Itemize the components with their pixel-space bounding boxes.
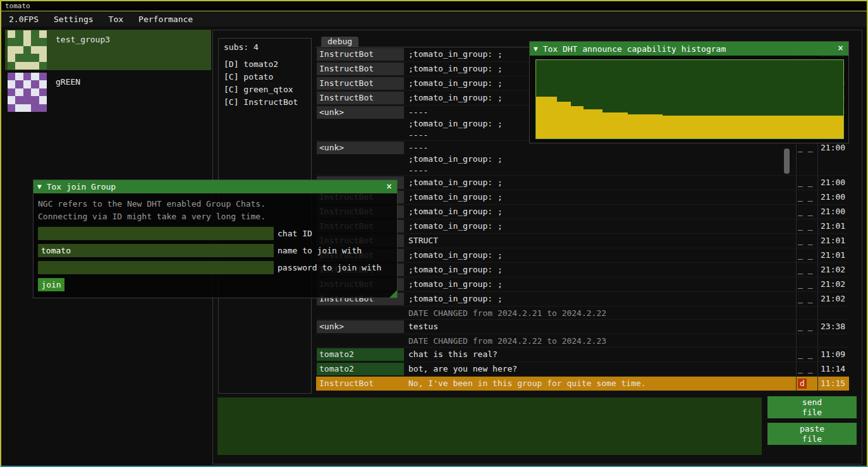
sender-name-cell: InstructBot — [316, 91, 405, 105]
message-text: ;tomato_in_group: ; — [405, 277, 796, 291]
chat-message-row[interactable]: <unk>---- ;tomato_in_group: ; ----_ _21:… — [316, 141, 849, 176]
sender-name: <unk> — [317, 142, 404, 154]
collapse-arrow-icon[interactable]: ▼ — [534, 45, 538, 53]
message-flags-cell — [796, 306, 817, 319]
chat-message-row[interactable]: tomato2bot, are you new here?_ _11:14 — [316, 362, 849, 377]
message-flags-cell: _ _ — [796, 277, 817, 291]
sender-name-cell: tomato2 — [316, 348, 405, 361]
menu-item-performance[interactable]: Performance — [131, 12, 200, 27]
message-timestamp: 21:02 — [817, 292, 849, 306]
message-flags-cell: _ _ — [796, 176, 817, 190]
subscribers-list: [D] tomato2[C] potato[C] green_qtox[C] I… — [224, 58, 306, 109]
message-text: testus — [405, 320, 796, 334]
join-group-window[interactable]: ▼ Tox join Group × NGC refers to the New… — [33, 179, 398, 298]
message-flags-cell: _ _ — [796, 292, 817, 306]
join-group-window-title: Tox join Group — [47, 182, 116, 191]
menu-item-tox[interactable]: Tox — [101, 12, 131, 27]
os-titlebar[interactable]: tomato — [1, 1, 867, 11]
message-timestamp: 21:01 — [817, 219, 849, 233]
message-text: ;tomato_in_group: ; — [405, 292, 796, 306]
sender-name-cell: InstructBot — [316, 76, 405, 90]
sender-name-cell — [316, 306, 405, 308]
message-text: ---- ;tomato_in_group: ; ---- — [405, 141, 796, 176]
message-timestamp: 21:01 — [817, 248, 849, 262]
join-input-chat-ID[interactable] — [38, 227, 274, 240]
message-input[interactable] — [217, 397, 762, 455]
message-text: No, I've been in this group for quite so… — [405, 377, 796, 391]
close-icon[interactable]: × — [838, 42, 843, 55]
join-field-label: chat ID — [278, 229, 312, 238]
date-changed-text: DATE CHANGED from 2024.2.22 to 2024.2.23 — [405, 334, 796, 348]
join-info-line-1: NGC refers to the New DHT enabled Group … — [38, 198, 393, 210]
histogram-area-chart — [536, 60, 843, 138]
message-text: ;tomato_in_group: ; — [405, 176, 796, 190]
join-input-password-to-join-with[interactable] — [38, 261, 274, 274]
group-avatar-icon — [8, 73, 47, 112]
message-flags-cell: _ _ — [796, 205, 817, 219]
sender-name: <unk> — [317, 320, 404, 333]
sidebar-group-test_group3[interactable]: test_group3 — [5, 30, 211, 70]
menu-item-settings[interactable]: Settings — [46, 12, 101, 27]
message-timestamp: 21:00 — [817, 190, 849, 204]
message-flags-cell: _ _ — [796, 362, 817, 376]
subscriber-item[interactable]: [C] green_qtox — [224, 83, 306, 96]
join-field-label: password to join with — [278, 263, 381, 272]
message-timestamp: 21:00 — [817, 176, 849, 190]
message-text: ;tomato_in_group: ; — [405, 190, 796, 204]
sender-name: InstructBot — [317, 63, 404, 75]
message-flags-cell: _ _ — [796, 263, 817, 277]
sender-name: InstructBot — [317, 48, 404, 61]
join-fields: chat IDname to join withpassword to join… — [38, 227, 393, 274]
sender-name: <unk> — [317, 106, 404, 119]
group-avatar-icon — [8, 30, 47, 70]
message-timestamp: 21:02 — [817, 277, 849, 291]
chat-scrollbar-thumb[interactable] — [784, 149, 790, 174]
subscriber-item[interactable]: [C] InstructBot — [224, 96, 306, 109]
join-field-row: chat ID — [38, 227, 393, 240]
date-separator-row: DATE CHANGED from 2024.2.21 to 2024.2.22 — [316, 306, 849, 320]
chat-message-row[interactable]: <unk>testus_ _23:38 — [316, 320, 849, 334]
sender-name: InstructBot — [317, 377, 404, 390]
join-field-row: name to join with — [38, 244, 393, 257]
message-text: chat is this real? — [405, 348, 796, 361]
dht-histogram-window-body — [530, 56, 848, 143]
dht-histogram-plot — [535, 59, 844, 139]
dht-histogram-window[interactable]: ▼ Tox DHT announce capability histogram … — [529, 41, 849, 143]
group-name-label: gREEN — [56, 77, 80, 87]
date-changed-text: DATE CHANGED from 2024.2.21 to 2024.2.22 — [405, 306, 796, 320]
message-flags-cell: _ _ — [796, 219, 817, 233]
join-field-row: password to join with — [38, 261, 393, 274]
menu-items-container: SettingsToxPerformance — [46, 12, 200, 27]
resize-grip[interactable] — [389, 290, 397, 298]
message-timestamp: 21:00 — [817, 205, 849, 219]
message-timestamp: 21:02 — [817, 263, 849, 277]
message-timestamp: 21:01 — [817, 234, 849, 248]
message-text: ;tomato_in_group: ; — [405, 205, 796, 219]
sender-name-cell: <unk> — [316, 106, 405, 119]
join-group-window-header[interactable]: ▼ Tox join Group × — [34, 180, 397, 193]
sender-name-cell — [316, 334, 405, 336]
dht-histogram-window-header[interactable]: ▼ Tox DHT announce capability histogram … — [530, 42, 848, 56]
paste-file-button[interactable]: paste file — [767, 423, 857, 445]
join-input-name-to-join-with[interactable] — [38, 244, 274, 257]
sender-name-cell: InstructBot — [316, 62, 405, 76]
date-separator-row: DATE CHANGED from 2024.2.22 to 2024.2.23 — [316, 334, 849, 348]
join-button[interactable]: join — [38, 278, 64, 291]
collapse-arrow-icon[interactable]: ▼ — [37, 183, 42, 191]
sidebar-group-gREEN[interactable]: gREEN — [5, 72, 211, 112]
group-name-label: test_group3 — [56, 35, 110, 44]
message-timestamp: 21:00 — [817, 141, 849, 175]
chat-message-row[interactable]: tomato2chat is this real?_ _11:09 — [316, 348, 849, 362]
message-timestamp: 11:14 — [817, 362, 849, 376]
chat-message-row[interactable]: InstructBotNo, I've been in this group f… — [316, 377, 849, 391]
message-text: ;tomato_in_group: ; — [405, 263, 796, 277]
subscriber-item[interactable]: [D] tomato2 — [224, 58, 306, 71]
message-text: ;tomato_in_group: ; — [405, 219, 796, 233]
close-icon[interactable]: × — [386, 180, 392, 193]
sender-name-cell: tomato2 — [316, 362, 405, 376]
send-file-button[interactable]: send file — [767, 396, 857, 418]
tab-debug[interactable]: debug — [321, 37, 358, 47]
subscriber-item[interactable]: [C] potato — [224, 71, 306, 83]
message-flags-cell: _ _ — [796, 190, 817, 204]
message-flags-cell: _ _ — [796, 141, 817, 175]
